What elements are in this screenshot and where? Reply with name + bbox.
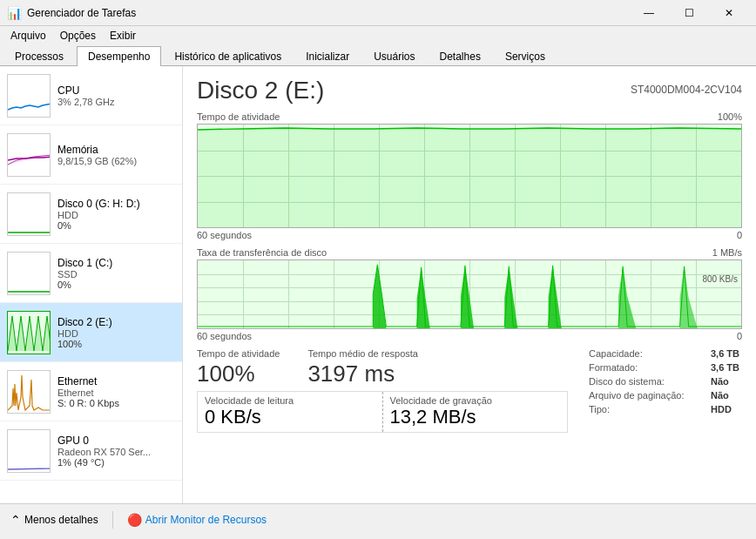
svg-rect-0 [8,75,51,118]
gpu-val: 1% (49 °C) [57,457,175,468]
read-label: Velocidade de leitura [205,395,375,406]
chart2-bottom-left: 60 segundos [197,331,252,341]
gpu-sub: Radeon RX 570 Ser... [57,447,175,457]
read-value: 0 KB/s [205,406,375,428]
svg-rect-3 [8,253,51,295]
tab-servicos[interactable]: Serviços [494,46,557,66]
cpu-title: CPU [57,84,175,97]
gpu-title: GPU 0 [57,435,175,447]
close-button[interactable]: ✕ [709,0,749,26]
stats-section: Tempo de atividade 100% Tempo médio de r… [197,348,742,433]
activity-section: Tempo de atividade 100% Tempo médio de r… [197,348,568,433]
disk0-thumb [7,192,51,236]
svg-rect-6 [8,430,51,473]
cpu-info: CPU 3% 2,78 GHz [57,84,175,107]
sidebar-item-disk1[interactable]: Disco 1 (C:) SSD 0% [0,244,182,303]
tab-historico[interactable]: Histórico de aplicativos [163,46,293,66]
separator [112,511,113,529]
cpu-sub: 3% 2,78 GHz [57,97,175,107]
disk0-sub: HDD [57,210,175,220]
monitor-button[interactable]: 🔴 Abrir Monitor de Recursos [127,513,267,527]
disk2-sub: HDD [57,328,175,339]
detail-model: ST4000DM004-2CV104 [631,84,742,96]
memory-title: Memória [57,144,175,156]
monitor-icon: 🔴 [127,513,142,527]
minimize-button[interactable]: — [629,0,669,26]
formatted-value: 3,6 TB [711,362,739,373]
cpu-thumb [7,74,51,118]
ethernet-val: S: 0 R: 0 Kbps [57,398,175,408]
write-block: Velocidade de gravação 13,2 MB/s [383,392,568,432]
svg-marker-13 [618,266,636,328]
chart1-bottom-left: 60 segundos [197,230,252,240]
read-block: Velocidade de leitura 0 KB/s [198,392,383,432]
detail-panel: Disco 2 (E:) ST4000DM004-2CV104 Tempo de… [183,66,756,503]
title-bar: 📊 Gerenciador de Tarefas — ☐ ✕ [0,0,756,26]
svg-marker-8 [373,265,386,328]
chart1-container: Tempo de atividade 100% [197,111,742,240]
tab-processos[interactable]: Processos [3,46,75,66]
menu-exibir[interactable]: Exibir [103,28,143,44]
chart1-bottom-right: 0 [737,230,742,240]
ethernet-title: Ethernet [57,375,175,387]
capacity-label: Capacidade: [589,348,711,359]
chart2-area: 800 KB/s [197,259,742,329]
main-content: CPU 3% 2,78 GHz Memória 9,8/15,9 GB (62%… [0,66,756,503]
maximize-button[interactable]: ☐ [669,0,709,26]
activity-block: Tempo de atividade 100% [197,348,280,387]
chart2-right-label: 1 MB/s [712,247,742,258]
memory-thumb [7,133,51,177]
detail-header: Disco 2 (E:) ST4000DM004-2CV104 [197,77,742,104]
disk2-thumb [7,311,51,354]
chart2-bottom-right: 0 [737,331,742,341]
system-value: Não [711,376,729,387]
stats-row: Tempo de atividade 100% Tempo médio de r… [197,348,568,387]
menu-arquivo[interactable]: Arquivo [3,28,53,44]
disk1-thumb [7,252,51,295]
system-label: Disco do sistema: [589,376,711,387]
disk0-info: Disco 0 (G: H: D:) HDD 0% [57,198,175,231]
sidebar-item-cpu[interactable]: CPU 3% 2,78 GHz [0,66,182,125]
response-value: 3197 ms [307,360,418,387]
disk0-title: Disco 0 (G: H: D:) [57,198,175,210]
capacity-value: 3,6 TB [711,348,739,359]
disk2-title: Disco 2 (E:) [57,316,175,328]
write-label: Velocidade de gravação [390,395,561,406]
sidebar-item-gpu[interactable]: GPU 0 Radeon RX 570 Ser... 1% (49 °C) [0,421,182,481]
chart2-label: Taxa de transferência de disco [197,247,327,258]
info-system: Disco do sistema: Não [589,376,742,387]
sidebar-item-disk2[interactable]: Disco 2 (E:) HDD 100% [0,303,182,362]
sidebar: CPU 3% 2,78 GHz Memória 9,8/15,9 GB (62%… [0,66,183,503]
type-value: HDD [711,404,732,414]
disk2-info: Disco 2 (E:) HDD 100% [57,316,175,349]
bottom-bar: ⌃ Menos detalhes 🔴 Abrir Monitor de Recu… [0,503,756,535]
detail-title: Disco 2 (E:) [197,77,324,104]
disk0-val: 0% [57,220,175,231]
response-label: Tempo médio de resposta [307,348,418,359]
svg-marker-7 [198,128,741,227]
speed-section: Velocidade de leitura 0 KB/s Velocidade … [197,391,568,433]
sidebar-item-disk0[interactable]: Disco 0 (G: H: D:) HDD 0% [0,185,182,244]
disk1-info: Disco 1 (C:) SSD 0% [57,257,175,290]
tab-inicializar[interactable]: Inicializar [294,46,361,66]
memory-sub: 9,8/15,9 GB (62%) [57,156,175,166]
activity-value: 100% [197,360,280,387]
response-block: Tempo médio de resposta 3197 ms [307,348,418,387]
sidebar-item-memory[interactable]: Memória 9,8/15,9 GB (62%) [0,125,182,185]
write-value: 13,2 MB/s [390,406,561,428]
memory-info: Memória 9,8/15,9 GB (62%) [57,144,175,166]
app-icon: 📊 [7,6,22,20]
gpu-info: GPU 0 Radeon RX 570 Ser... 1% (49 °C) [57,435,175,468]
chart2-container: Taxa de transferência de disco 1 MB/s [197,247,742,341]
info-formatted: Formatado: 3,6 TB [589,362,742,373]
info-table: Capacidade: 3,6 TB Formatado: 3,6 TB Dis… [568,348,742,433]
tab-detalhes[interactable]: Detalhes [429,46,492,66]
menu-bar: Arquivo Opções Exibir [0,26,756,45]
tab-desempenho[interactable]: Desempenho [77,46,161,66]
less-details-button[interactable]: ⌃ Menos detalhes [10,513,98,527]
tabs-bar: Processos Desempenho Histórico de aplica… [0,45,756,66]
sidebar-item-ethernet[interactable]: Ethernet Ethernet S: 0 R: 0 Kbps [0,362,182,421]
disk1-val: 0% [57,280,175,290]
tab-usuarios[interactable]: Usuários [362,46,426,66]
menu-opcoes[interactable]: Opções [53,28,103,44]
